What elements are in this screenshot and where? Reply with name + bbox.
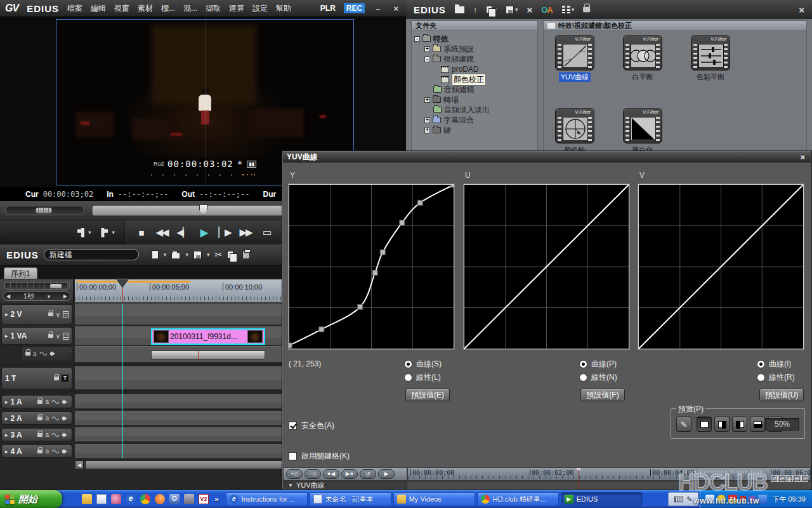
- tree-item-label[interactable]: 鍵: [443, 125, 451, 136]
- radio-icon[interactable]: [579, 373, 587, 382]
- timeline-playhead-line[interactable]: [122, 304, 123, 458]
- loop-region-bar[interactable]: [76, 281, 190, 283]
- loop-monitor-button[interactable]: ▭: [259, 227, 274, 238]
- v-linear-radio-label[interactable]: 線性(R): [769, 372, 795, 383]
- track-header-2a[interactable]: ▸ 2 A a: [1, 411, 72, 425]
- expand-track-icon[interactable]: ▸: [5, 415, 8, 422]
- expand-track-icon[interactable]: ▸: [5, 448, 8, 455]
- mark-out-flag-button[interactable]: [101, 228, 108, 237]
- tree-item-audio-fades[interactable]: 音頻淡入淡出: [414, 105, 537, 115]
- tray-app-icon[interactable]: [749, 496, 756, 503]
- lock-icon[interactable]: [54, 377, 59, 380]
- effect-label-selected[interactable]: YUV曲線: [559, 72, 591, 82]
- v-linear-radio[interactable]: 線性(R): [757, 372, 795, 383]
- ql-media-icon[interactable]: [184, 494, 194, 504]
- expand-track-icon[interactable]: ▸: [5, 333, 8, 339]
- keyframe-ruler[interactable]: 00:00:00;00 00:00:02;00 00:00:04;00 00:0…: [407, 467, 811, 481]
- new-sequence-icon[interactable]: [152, 250, 159, 259]
- paste-icon[interactable]: [242, 250, 250, 259]
- radio-selected-icon[interactable]: [404, 360, 412, 368]
- dialog-titlebar[interactable]: YUV曲線 ×: [283, 152, 811, 163]
- waveform-icon[interactable]: [51, 448, 60, 455]
- rewind-button[interactable]: ◀◀: [154, 227, 169, 238]
- position-marker[interactable]: [199, 204, 207, 215]
- ql-notepad-icon[interactable]: [96, 494, 107, 504]
- next-keyframe-button[interactable]: ▶●: [341, 469, 358, 479]
- menu-render[interactable]: 運算: [229, 3, 244, 14]
- enable-keyframe-checkbox[interactable]: 啟用關鍵格(K): [289, 451, 350, 462]
- title-track-icon[interactable]: T: [62, 375, 69, 382]
- tree-item-label[interactable]: 特效: [433, 34, 449, 44]
- safe-color-label[interactable]: 安全色(A): [301, 420, 334, 431]
- ql-folder-icon[interactable]: [67, 494, 77, 504]
- scale-left-arrow-icon[interactable]: ◀: [6, 293, 10, 299]
- expand-expander-icon[interactable]: +: [424, 46, 430, 52]
- tree-item-keys[interactable]: + 鍵: [414, 125, 537, 135]
- effect-color-wheel[interactable]: V.Filter 顏色輪: [553, 108, 597, 151]
- menu-clip[interactable]: 素材: [138, 3, 153, 14]
- effect-white-balance[interactable]: V.Filter 白平衡: [620, 35, 665, 82]
- playhead-handle[interactable]: [116, 279, 129, 288]
- save-project-dropdown-icon[interactable]: ▾: [207, 251, 210, 258]
- tree-item-title-mixers[interactable]: + 字幕混合: [414, 115, 537, 125]
- effect-black-white[interactable]: V.Filter 黑白化: [620, 108, 665, 151]
- taskbar-item-hdclub[interactable]: HD.club 精研事...: [477, 492, 559, 506]
- start-button[interactable]: 開始: [0, 490, 62, 508]
- speaker-icon[interactable]: [62, 399, 69, 405]
- v-curve-radio-label[interactable]: 曲線(I): [769, 359, 791, 370]
- step-forward-button[interactable]: ▏▶: [217, 227, 232, 238]
- waveform-icon[interactable]: [39, 351, 48, 357]
- u-curve-radio-label[interactable]: 曲線(P): [591, 359, 617, 370]
- player-close-button[interactable]: ×: [391, 4, 401, 13]
- track-header-4a[interactable]: ▸ 4 A a: [1, 444, 72, 458]
- palette-close-button[interactable]: ×: [799, 4, 804, 15]
- speaker-icon[interactable]: [50, 351, 56, 357]
- mark-in-flag-button[interactable]: [77, 228, 84, 237]
- timeline-clip[interactable]: 20100311_f9931d...: [151, 328, 265, 345]
- expand-track-icon[interactable]: ▸: [5, 432, 8, 438]
- channel-v-curve-editor[interactable]: [638, 184, 804, 349]
- clip-audio-bar[interactable]: [151, 351, 265, 359]
- waveform-icon[interactable]: [51, 415, 60, 422]
- y-curve-radio-label[interactable]: 曲線(S): [416, 359, 442, 370]
- u-linear-radio-label[interactable]: 線性(N): [591, 372, 617, 383]
- track-header-1va-audio[interactable]: a: [22, 346, 72, 361]
- tray-player-icon[interactable]: [758, 495, 767, 504]
- v-default-button[interactable]: 預設值(U): [759, 389, 804, 401]
- effect-label[interactable]: 白平衡: [631, 72, 655, 82]
- ql-outlook-icon[interactable]: O: [169, 494, 180, 504]
- ql-ie-icon[interactable]: e: [126, 494, 136, 504]
- scroll-left-arrow-icon[interactable]: ◀: [75, 460, 84, 469]
- u-curve-radio[interactable]: 曲線(P): [579, 359, 617, 370]
- speaker-icon[interactable]: [62, 415, 69, 422]
- project-name-field[interactable]: 新建檔: [44, 249, 139, 260]
- tray-messenger-icon[interactable]: [717, 495, 726, 504]
- track-header-1a[interactable]: ▸ 1 A a: [1, 395, 72, 408]
- collapse-expander-icon[interactable]: -: [424, 57, 430, 62]
- lock-icon[interactable]: [48, 312, 53, 316]
- y-curve-radio[interactable]: 曲線(S): [404, 359, 442, 370]
- palette-lock-icon[interactable]: [583, 7, 590, 12]
- ql-firefox-icon[interactable]: [155, 494, 165, 504]
- channel-u-curve-editor[interactable]: [464, 184, 629, 349]
- import-export-icon[interactable]: [506, 6, 514, 14]
- ql-folder-icon[interactable]: [82, 494, 92, 504]
- sync-dropdown-icon[interactable]: ∨: [56, 333, 60, 340]
- play-button[interactable]: ▶: [196, 226, 211, 239]
- radio-icon[interactable]: [404, 373, 412, 382]
- lock-icon[interactable]: [37, 400, 43, 404]
- delete-icon[interactable]: ×: [527, 4, 532, 15]
- view-mode-icon[interactable]: [562, 6, 570, 13]
- kf-row-body[interactable]: [407, 481, 811, 490]
- timeline-scale-selector[interactable]: ◀ 1秒 ▾ ▶: [3, 291, 71, 301]
- waveform-icon[interactable]: [51, 432, 60, 438]
- tray-image-viewer-icon[interactable]: [705, 495, 714, 504]
- lock-icon[interactable]: [37, 450, 43, 453]
- radio-icon[interactable]: [757, 373, 765, 382]
- mark-out-dropdown-icon[interactable]: ▾: [112, 229, 115, 236]
- tree-item-video-filters[interactable]: - 視頻濾鏡: [414, 54, 537, 64]
- audio-source-icon[interactable]: a: [45, 398, 49, 405]
- preview-mode-original-button[interactable]: [697, 417, 712, 432]
- duplicate-icon[interactable]: [486, 6, 492, 13]
- kf-row-header[interactable]: ▼ YUV曲線: [283, 481, 407, 490]
